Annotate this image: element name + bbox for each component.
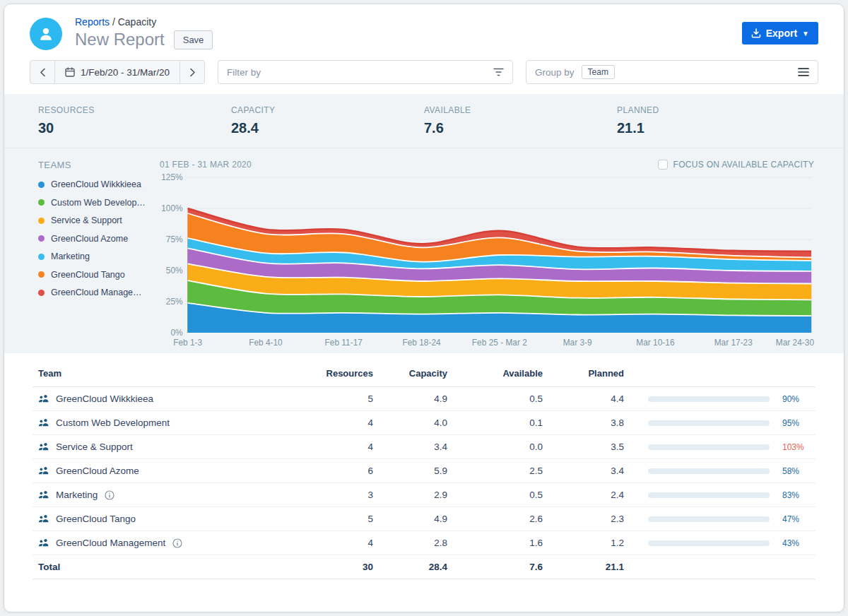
team-table-section: TeamResourcesCapacityAvailablePlanned Gr… xyxy=(4,353,844,589)
table-row[interactable]: GreenCloud Management 4 2.8 1.6 1.2 43% xyxy=(33,531,815,555)
svg-text:Mar 17-23: Mar 17-23 xyxy=(714,338,753,348)
team-icon xyxy=(38,418,49,427)
legend-dot xyxy=(38,235,45,242)
export-button[interactable]: Export ▼ xyxy=(742,22,818,45)
legend-item[interactable]: Custom Web Develop… xyxy=(38,198,157,208)
column-header-resources[interactable]: Resources xyxy=(305,359,379,387)
save-button[interactable]: Save xyxy=(174,30,213,49)
table-row[interactable]: Service & Support 4 3.4 0.0 3.5 103% xyxy=(33,435,815,459)
legend-item[interactable]: Marketing xyxy=(38,251,157,261)
group-by-box: Group by Team xyxy=(526,60,818,84)
person-icon xyxy=(37,25,55,43)
svg-text:0%: 0% xyxy=(170,328,183,338)
stat-value: 7.6 xyxy=(424,120,617,136)
column-header-team[interactable]: Team xyxy=(33,359,305,387)
next-period-button[interactable] xyxy=(179,60,205,84)
column-header-available[interactable]: Available xyxy=(453,359,548,387)
focus-available-capacity-toggle[interactable]: FOCUS ON AVAILABLE CAPACITY xyxy=(658,160,815,170)
utilization-bar xyxy=(648,516,770,522)
total-available: 7.6 xyxy=(453,555,548,579)
available-value: 0.5 xyxy=(453,387,548,411)
legend-item[interactable]: GreenCloud Tango xyxy=(38,270,157,280)
table-row[interactable]: GreenCloud Azome 6 5.9 2.5 3.4 58% xyxy=(33,459,815,483)
legend-item[interactable]: GreenCloud Azome xyxy=(38,234,157,244)
table-total-row: Total 30 28.4 7.6 21.1 xyxy=(33,555,815,579)
available-value: 0.0 xyxy=(453,435,548,459)
legend-dot xyxy=(38,290,45,296)
resources-value: 4 xyxy=(305,531,379,555)
calendar-icon xyxy=(65,67,75,77)
group-by-chip[interactable]: Team xyxy=(582,65,615,79)
legend-label: Custom Web Develop… xyxy=(51,198,146,208)
svg-text:25%: 25% xyxy=(166,297,183,307)
stat-label: AVAILABLE xyxy=(424,105,617,115)
chevron-down-icon: ▼ xyxy=(802,30,809,37)
resources-value: 3 xyxy=(305,483,379,507)
utilization-bar xyxy=(648,468,770,474)
filter-icon[interactable] xyxy=(493,68,504,76)
legend-dot xyxy=(38,218,45,224)
utilization-bar xyxy=(648,492,770,498)
stat-value: 21.1 xyxy=(617,120,810,136)
utilization-percent: 103% xyxy=(782,442,808,452)
resources-value: 4 xyxy=(305,435,379,459)
date-range-button[interactable]: 1/Feb/20 - 31/Mar/20 xyxy=(55,60,179,84)
available-value: 0.1 xyxy=(453,411,548,435)
team-icon xyxy=(38,394,49,403)
utilization-percent: 47% xyxy=(782,514,808,524)
team-name: GreenCloud Azome xyxy=(56,466,139,476)
utilization-percent: 43% xyxy=(782,538,808,548)
focus-label-text: FOCUS ON AVAILABLE CAPACITY xyxy=(673,160,815,170)
team-icon xyxy=(38,490,49,499)
column-header-planned[interactable]: Planned xyxy=(548,359,630,387)
planned-value: 1.2 xyxy=(548,531,630,555)
stat-planned: PLANNED 21.1 xyxy=(617,105,810,136)
table-row[interactable]: Marketing 3 2.9 0.5 2.4 83% xyxy=(33,483,815,507)
svg-text:Feb 18-24: Feb 18-24 xyxy=(402,338,441,348)
table-row[interactable]: GreenCloud Wikkkieea 5 4.9 0.5 4.4 90% xyxy=(33,387,815,411)
stat-label: PLANNED xyxy=(617,105,810,115)
column-header-utilization xyxy=(630,359,815,387)
filter-input[interactable] xyxy=(227,67,493,78)
breadcrumb-reports-link[interactable]: Reports xyxy=(75,16,110,28)
info-icon[interactable] xyxy=(172,538,182,548)
svg-text:Mar 24-30: Mar 24-30 xyxy=(776,338,815,348)
stat-capacity: CAPACITY 28.4 xyxy=(231,105,424,136)
date-range-label: 1/Feb/20 - 31/Mar/20 xyxy=(81,67,170,78)
team-icon xyxy=(38,466,49,475)
total-planned: 21.1 xyxy=(548,555,630,579)
planned-value: 2.3 xyxy=(548,507,630,531)
legend-item[interactable]: Service & Support xyxy=(38,215,157,225)
table-row[interactable]: Custom Web Development 4 4.0 0.1 3.8 95% xyxy=(33,411,815,435)
svg-text:100%: 100% xyxy=(161,203,183,213)
legend-label: GreenCloud Tango xyxy=(51,270,125,280)
planned-value: 2.4 xyxy=(548,483,630,507)
legend-label: GreenCloud Manage… xyxy=(51,288,142,297)
chart-block: TEAMS GreenCloud Wikkkieea Custom Web De… xyxy=(4,148,844,353)
legend-dot xyxy=(38,271,45,278)
stat-resources: RESOURCES 30 xyxy=(38,105,231,136)
avatar xyxy=(30,18,62,50)
capacity-value: 2.9 xyxy=(379,483,453,507)
download-icon xyxy=(751,28,761,38)
export-label: Export xyxy=(766,28,797,39)
info-icon[interactable] xyxy=(105,490,114,500)
capacity-value: 4.9 xyxy=(379,387,453,411)
page-title: New Report xyxy=(75,30,165,49)
team-name: Custom Web Development xyxy=(56,417,170,428)
menu-icon[interactable] xyxy=(798,68,809,76)
prev-period-button[interactable] xyxy=(30,60,55,84)
resources-value: 5 xyxy=(305,507,379,531)
date-navigation: 1/Feb/20 - 31/Mar/20 xyxy=(30,60,205,84)
legend-item[interactable]: GreenCloud Manage… xyxy=(38,288,157,297)
breadcrumb-current: Capacity xyxy=(118,16,156,28)
chevron-right-icon xyxy=(189,68,196,77)
svg-text:Mar 3-9: Mar 3-9 xyxy=(563,338,592,348)
legend-item[interactable]: GreenCloud Wikkkieea xyxy=(38,179,157,189)
svg-text:Feb 11-17: Feb 11-17 xyxy=(325,338,363,348)
report-card: Reports / Capacity New Report Save Expor… xyxy=(4,4,844,612)
checkbox-icon[interactable] xyxy=(658,160,668,170)
stacked-area-chart[interactable]: 0%25%50%75%100%125%Feb 1-3Feb 4-10Feb 11… xyxy=(157,171,815,350)
column-header-capacity[interactable]: Capacity xyxy=(379,359,453,387)
table-row[interactable]: GreenCloud Tango 5 4.9 2.6 2.3 47% xyxy=(33,507,815,531)
